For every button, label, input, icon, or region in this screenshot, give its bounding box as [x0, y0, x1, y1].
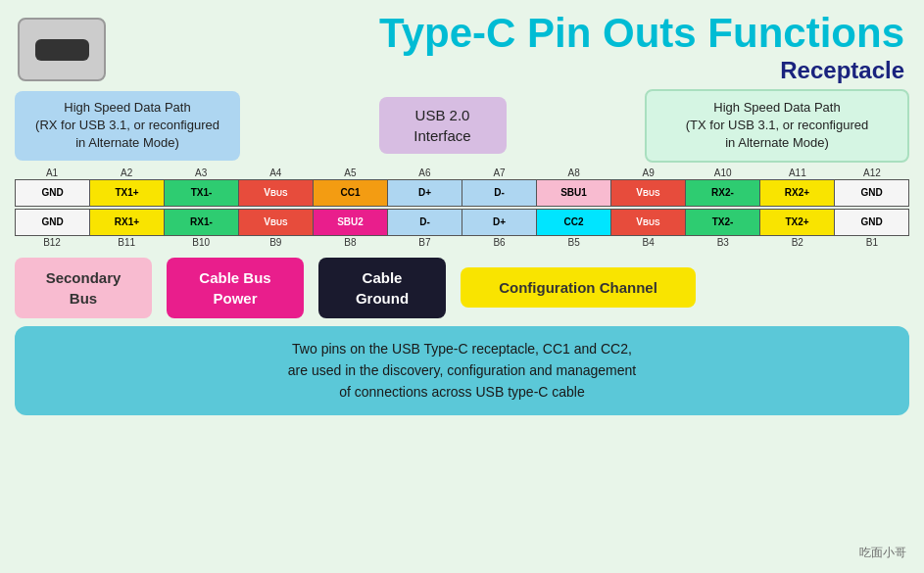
pin-b12: GND — [16, 210, 90, 235]
pin-label-a4: A4 — [238, 167, 313, 178]
pin-label-b9: B9 — [238, 237, 313, 248]
pin-label-a7: A7 — [462, 167, 536, 178]
pin-b11: RX1+ — [90, 210, 165, 235]
pin-label-a11: A11 — [760, 167, 835, 178]
pin-a1: GND — [16, 180, 90, 206]
pin-b1: GND — [835, 210, 908, 235]
usb-logo — [18, 18, 106, 81]
legend-configuration-channel: Configuration Channel — [461, 267, 696, 308]
usb-port-shape — [35, 39, 89, 61]
pin-label-a3: A3 — [164, 167, 238, 178]
pin-label-b8: B8 — [313, 237, 387, 248]
pin-a11: RX2+ — [760, 180, 835, 206]
pin-label-a6: A6 — [387, 167, 462, 178]
pin-label-b1: B1 — [835, 237, 909, 248]
legend-cable-ground: Cable Ground — [318, 258, 446, 318]
pin-label-b11: B11 — [89, 237, 164, 248]
pin-b3: TX2- — [686, 210, 760, 235]
legend-secondary-bus: Secondary Bus — [15, 258, 152, 318]
page-title: Type-C Pin Outs Functions — [0, 0, 924, 57]
pin-b7: D- — [388, 210, 462, 235]
pin-label-b2: B2 — [760, 237, 835, 248]
pin-a8: SBU1 — [537, 180, 611, 206]
pin-a6: D+ — [388, 180, 462, 206]
top-label-row: High Speed Data Path(RX for USB 3.1, or … — [15, 89, 909, 163]
pin-a2: TX1+ — [90, 180, 165, 206]
pin-a3: TX1- — [165, 180, 239, 206]
pin-label-b7: B7 — [387, 237, 462, 248]
pin-b8: SBU2 — [314, 210, 388, 235]
pin-label-a1: A1 — [15, 167, 89, 178]
row-b-pins: GND RX1+ RX1- VBUS SBU2 D- D+ CC2 VBUS T… — [15, 209, 909, 236]
label-high-speed-rx: High Speed Data Path(RX for USB 3.1, or … — [15, 91, 240, 161]
pin-a10: RX2- — [686, 180, 760, 206]
pin-label-b5: B5 — [537, 237, 611, 248]
pin-a12: GND — [835, 180, 908, 206]
pin-b10: RX1- — [165, 210, 239, 235]
pin-label-a5: A5 — [313, 167, 387, 178]
pin-label-b3: B3 — [686, 237, 760, 248]
row-a-labels: A1 A2 A3 A4 A5 A6 A7 A8 A9 A10 A11 A12 — [15, 167, 909, 178]
pin-label-b10: B10 — [164, 237, 238, 248]
label-high-speed-tx: High Speed Data Path(TX for USB 3.1, or … — [645, 89, 909, 163]
pin-a9: VBUS — [611, 180, 686, 206]
label-usb2: USB 2.0Interface — [379, 97, 507, 154]
pin-b9: VBUS — [239, 210, 314, 235]
pin-label-a10: A10 — [686, 167, 760, 178]
pin-b6: D+ — [462, 210, 537, 235]
row-b-labels: B12 B11 B10 B9 B8 B7 B6 B5 B4 B3 B2 B1 — [15, 237, 909, 248]
pin-b4: VBUS — [611, 210, 686, 235]
row-a-pins: GND TX1+ TX1- VBUS CC1 D+ D- SBU1 VBUS R… — [15, 179, 909, 207]
legend-cable-bus-power: Cable Bus Power — [167, 258, 304, 318]
watermark: 吃面小哥 — [859, 545, 906, 561]
pin-label-a8: A8 — [537, 167, 611, 178]
pin-a7: D- — [462, 180, 537, 206]
legend-row: Secondary Bus Cable Bus Power Cable Grou… — [15, 258, 909, 318]
pin-label-a9: A9 — [611, 167, 686, 178]
info-box: Two pins on the USB Type-C receptacle, C… — [15, 326, 909, 415]
pin-a5: CC1 — [314, 180, 388, 206]
pin-label-b12: B12 — [15, 237, 89, 248]
pin-a4: VBUS — [239, 180, 314, 206]
pin-label-b4: B4 — [611, 237, 686, 248]
pin-b2: TX2+ — [760, 210, 835, 235]
pin-b5: CC2 — [537, 210, 611, 235]
pin-label-b6: B6 — [462, 237, 536, 248]
pin-label-a2: A2 — [89, 167, 164, 178]
page-subtitle: Receptacle — [0, 57, 924, 89]
connector-area: A1 A2 A3 A4 A5 A6 A7 A8 A9 A10 A11 A12 G… — [15, 167, 909, 248]
pin-label-a12: A12 — [835, 167, 909, 178]
